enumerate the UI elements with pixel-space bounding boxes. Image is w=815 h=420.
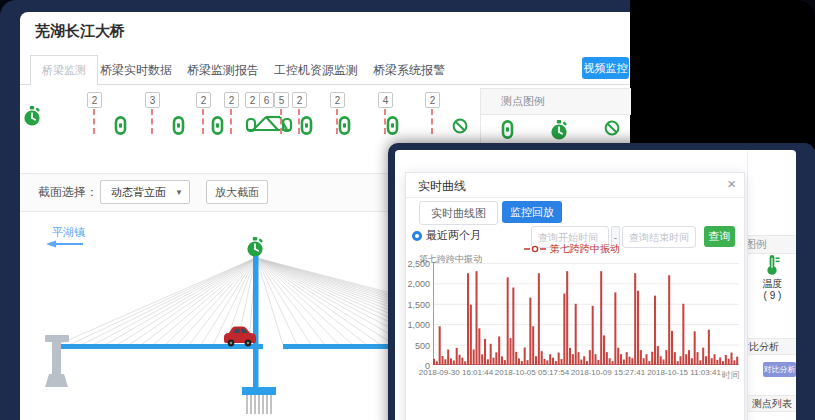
legend-panel-title: 测点图例	[481, 88, 631, 115]
bridge-pier	[45, 335, 69, 387]
last-two-months-radio[interactable]	[412, 231, 422, 241]
close-icon[interactable]: ×	[727, 175, 736, 192]
chain-icon[interactable]	[501, 120, 514, 143]
stopwatch-icon[interactable]	[23, 106, 41, 131]
foundation-piles	[247, 395, 271, 414]
sensor-count-badge[interactable]: 5	[274, 92, 289, 108]
chain-sensor-icon[interactable]	[386, 116, 399, 139]
chart-legend[interactable]: 第七跨跨中振动	[524, 242, 620, 256]
disabled-sensor-icon[interactable]	[452, 118, 468, 138]
sensor-strip: 2 3 2 2 2652 2 4 2	[20, 92, 480, 148]
sensor-count-badge[interactable]: 2	[245, 92, 260, 108]
sensor-count-badge[interactable]: 6	[259, 92, 274, 108]
zoom-section-button[interactable]: 放大截面	[206, 180, 268, 204]
compare-analysis-button[interactable]: 对比分析	[763, 362, 796, 377]
sensor-count-badge[interactable]: 2	[196, 92, 211, 108]
tower-foundation	[242, 387, 276, 395]
legend-label: 第七跨跨中振动	[550, 242, 620, 256]
section-select-dropdown[interactable]: 动态背立面 ▼	[100, 180, 190, 204]
temperature-label: 温度	[748, 277, 796, 291]
desktop: 芜湖长江大桥 桥梁监测 桥梁实时数据桥梁监测报告工控机资源监测桥梁系统报警 视频…	[0, 0, 815, 420]
chain-sensor-icon[interactable]	[172, 116, 185, 139]
car-illustration	[224, 327, 256, 347]
query-button[interactable]: 查询	[704, 226, 735, 247]
x-tick-label: 2018-10-15 11:03:41	[636, 368, 732, 377]
overlay-page: 测点图例 温度 ( 9 ) 对比分析 对比分析 测点列表 实时曲线	[395, 150, 796, 420]
bridge-tower	[253, 252, 259, 392]
chain-sensor-icon[interactable]	[114, 116, 127, 139]
compare-header: 对比分析	[748, 338, 796, 355]
sensor-dashed-line	[230, 109, 232, 134]
sensor-count-badge[interactable]: 4	[378, 92, 393, 108]
tab-4[interactable]: 工控机资源监测	[274, 62, 358, 79]
playback-tab-button[interactable]: 监控回放	[502, 201, 562, 223]
page-title: 芜湖长江大桥	[35, 22, 125, 41]
tab-bridge-monitor-active[interactable]: 桥梁监测	[30, 55, 98, 85]
tab-5[interactable]: 桥梁系统报警	[373, 62, 445, 79]
section-select-value: 动态背立面	[111, 185, 166, 200]
temperature-count: ( 9 )	[748, 290, 796, 301]
desktop-black-area	[630, 0, 815, 150]
tab-list: 桥梁实时数据桥梁监测报告工控机资源监测桥梁系统报警	[100, 55, 445, 85]
sensor-count-badge[interactable]: 2	[87, 92, 102, 108]
chain-sensor-icon[interactable]	[211, 116, 224, 139]
sensor-dashed-line	[431, 109, 433, 134]
sensor-count-badge[interactable]: 3	[145, 92, 160, 108]
side-legend-header: 测点图例	[748, 235, 796, 254]
chain-sensor-icon[interactable]	[338, 116, 351, 139]
realtime-curve-tab-button[interactable]: 实时曲线图	[419, 201, 498, 225]
sensor-count-badge[interactable]: 2	[330, 92, 345, 108]
sensor-count-badge[interactable]: 2	[224, 92, 239, 108]
sensor-count-badge[interactable]: 2	[425, 92, 440, 108]
dialog-header: 实时曲线 ×	[406, 173, 744, 198]
y-tick-label: 2,500	[406, 259, 430, 269]
side-panel-strip: 测点图例 温度 ( 9 ) 对比分析 对比分析 测点列表	[747, 150, 796, 420]
tab-2[interactable]: 桥梁实时数据	[100, 62, 172, 79]
stopwatch-icon[interactable]	[550, 120, 568, 145]
vibration-chart	[433, 263, 739, 367]
sensor-count-badge[interactable]: 2	[292, 92, 307, 108]
tab-3[interactable]: 桥梁监测报告	[187, 62, 259, 79]
sensor-dashed-line	[202, 109, 204, 134]
chevron-down-icon: ▼	[175, 188, 183, 197]
video-monitor-button[interactable]: 视频监控	[582, 57, 629, 79]
query-end-time-input[interactable]	[622, 226, 696, 248]
y-tick-label: 1,500	[406, 300, 430, 310]
sensor-dashed-line	[151, 109, 153, 134]
y-tick-label: 2,000	[406, 279, 430, 289]
point-list-header: 测点列表	[748, 395, 796, 412]
truss-sensor-icon[interactable]	[245, 111, 293, 139]
last-two-months-label: 最近两个月	[426, 228, 481, 243]
section-select-label: 截面选择：	[38, 174, 98, 211]
stopwatch-icon	[247, 237, 263, 257]
realtime-curve-dialog: 实时曲线 × 实时曲线图 监控回放 最近两个月 - 查询 第七跨	[405, 172, 745, 420]
ban-icon[interactable]	[604, 120, 620, 140]
x-axis-name: 时间	[722, 369, 740, 382]
dialog-title: 实时曲线	[418, 178, 466, 195]
overlay-window: 测点图例 温度 ( 9 ) 对比分析 对比分析 测点列表 实时曲线	[388, 143, 815, 420]
legend-panel-icons	[501, 120, 620, 145]
sensor-dashed-line	[93, 109, 95, 134]
y-tick-label: 500	[406, 341, 430, 351]
sensor-dashed-line	[280, 109, 282, 134]
y-tick-label: 1,000	[406, 320, 430, 330]
legend-marker-icon	[524, 244, 546, 254]
chain-sensor-icon[interactable]	[300, 116, 313, 139]
